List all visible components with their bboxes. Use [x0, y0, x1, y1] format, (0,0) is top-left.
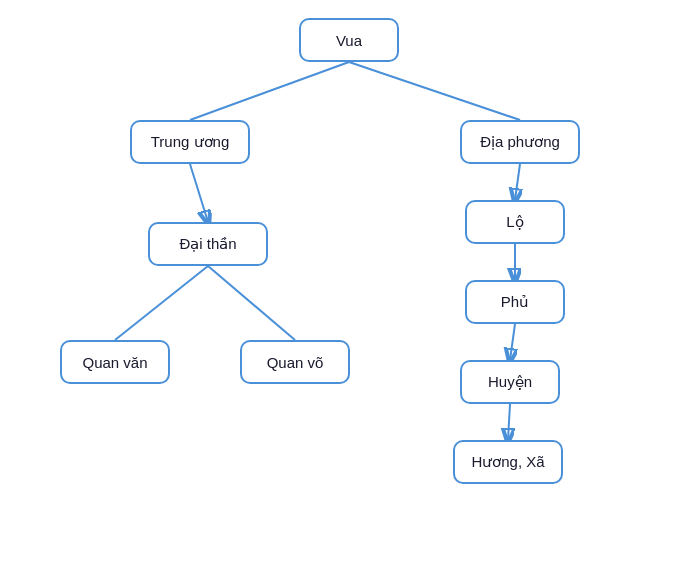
svg-line-4: [208, 266, 295, 340]
node-lo: Lộ: [465, 200, 565, 244]
node-huong-xa: Hương, Xã: [453, 440, 563, 484]
svg-line-0: [190, 62, 349, 120]
svg-line-8: [508, 404, 510, 440]
node-dai-than: Đại thần: [148, 222, 268, 266]
svg-line-1: [349, 62, 520, 120]
svg-line-3: [115, 266, 208, 340]
node-quan-vo: Quan võ: [240, 340, 350, 384]
node-trung-uong: Trung ương: [130, 120, 250, 164]
svg-line-2: [190, 164, 208, 222]
org-chart: Vua Trung ương Địa phương Đại thần Quan …: [0, 0, 699, 570]
svg-line-5: [515, 164, 520, 200]
node-huyen: Huyện: [460, 360, 560, 404]
svg-line-7: [510, 324, 515, 360]
node-dia-phuong: Địa phương: [460, 120, 580, 164]
connector-lines: [0, 0, 699, 570]
node-quan-van: Quan văn: [60, 340, 170, 384]
node-phu: Phủ: [465, 280, 565, 324]
node-vua: Vua: [299, 18, 399, 62]
